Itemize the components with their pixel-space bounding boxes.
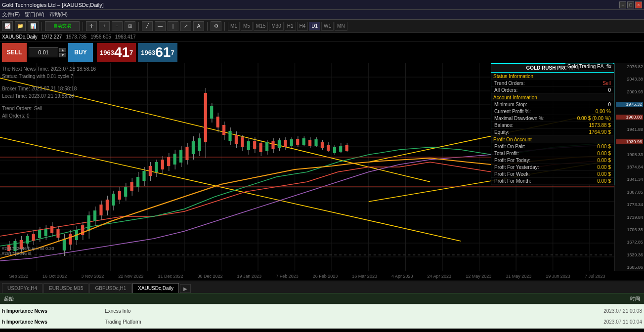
svg-rect-79	[130, 182, 133, 191]
max-drawdown-row: Maximal Drawdown %: 0.00 $ (0.00 %)	[491, 115, 614, 122]
svg-rect-129	[284, 140, 287, 147]
profit-pair-row: Profit On Pair: 0.00 $	[491, 143, 614, 150]
menu-file[interactable]: 文件(F)	[2, 11, 20, 18]
svg-rect-95	[179, 150, 182, 163]
period-h1[interactable]: H1	[285, 22, 296, 31]
trend-orders-row: Trend Orders: Sell	[491, 80, 614, 87]
total-profit-row: Total Profit: 0.00 $	[491, 150, 614, 157]
svg-rect-69	[99, 205, 102, 215]
tb-auto-trade[interactable]: 自动交易	[45, 21, 80, 31]
sell-button[interactable]: SELL	[2, 43, 27, 62]
tb-properties[interactable]: ⚙	[211, 21, 221, 31]
tb-hline[interactable]: —	[155, 21, 166, 31]
price-scale: 2076.82 2043.38 2009.93 1975.32 1960.00 …	[614, 63, 644, 271]
menu-window[interactable]: 窗口(W)	[25, 11, 44, 18]
svg-rect-97	[185, 147, 188, 160]
lot-increase[interactable]: ▲	[59, 48, 66, 52]
tb-grid[interactable]: ⊞	[125, 21, 135, 31]
chart-info-overlay: The Next News Time: 2023.07.28 18:58:16 …	[2, 65, 96, 120]
svg-rect-53	[50, 226, 53, 233]
toolbar-main: 📈 📁 📊 自动交易 ✛ + − ⊞ ╱ — | ↗ A ⚙ M1 M5 M15…	[0, 20, 644, 33]
profit-today-row: Profit For Today: 0.00 $	[491, 157, 614, 164]
period-m5[interactable]: M5	[241, 22, 253, 31]
svg-rect-135	[302, 138, 305, 145]
buy-button[interactable]: BUY	[68, 43, 93, 62]
svg-rect-147	[339, 146, 342, 152]
tab-usdjpy[interactable]: USDJPYc,H4	[2, 283, 43, 293]
price-close: 1963.417	[115, 34, 136, 40]
lot-size-input[interactable]: 0.01	[29, 47, 58, 57]
period-mn[interactable]: MN	[335, 22, 347, 31]
tb-indicators[interactable]: 📊	[28, 21, 39, 31]
svg-rect-121	[259, 143, 262, 152]
svg-rect-59	[69, 234, 72, 245]
tb-crosshair[interactable]: ✛	[86, 21, 97, 31]
svg-rect-85	[149, 166, 152, 176]
svg-rect-93	[173, 154, 176, 165]
order-labels: #261782646 buy limit 0.30 #261782646 sl	[2, 246, 54, 256]
tb-vline[interactable]: |	[168, 21, 178, 31]
svg-rect-99	[192, 141, 195, 154]
tb-zoom-out[interactable]: −	[112, 21, 123, 31]
svg-rect-55	[56, 229, 59, 238]
trend-orders-display: Trend Orders: Sell	[2, 105, 96, 112]
menu-help[interactable]: 帮助(H)	[49, 11, 68, 18]
tb-line[interactable]: ╱	[142, 21, 153, 31]
tb-arrow[interactable]: ↗	[180, 21, 191, 31]
tb-text[interactable]: A	[193, 21, 204, 31]
tab-gbpusd[interactable]: GBPUSDc,H1	[89, 283, 131, 293]
status-info: Status: Trading with 0.01 cycle 7	[2, 73, 96, 80]
svg-rect-63	[81, 225, 84, 235]
tab-scroll-right[interactable]: ▶	[180, 284, 191, 293]
price-high: 1973.735	[66, 34, 86, 40]
svg-rect-81	[136, 177, 139, 187]
equity-row: Equity: 1764.90 $	[491, 129, 614, 136]
svg-rect-57	[63, 239, 66, 250]
profit-yesterday-row: Profit For Yesterday: 0.00 $	[491, 164, 614, 171]
svg-rect-75	[118, 191, 121, 200]
tb-new-chart[interactable]: 📈	[2, 21, 13, 31]
sep5	[224, 22, 225, 31]
svg-rect-119	[253, 141, 256, 149]
svg-rect-47	[32, 234, 35, 241]
svg-rect-113	[235, 135, 238, 144]
svg-rect-51	[44, 229, 47, 236]
price-low: 1956.605	[90, 34, 111, 40]
svg-rect-109	[222, 125, 225, 135]
svg-rect-71	[106, 200, 109, 210]
period-d1[interactable]: D1	[309, 22, 320, 31]
close-button[interactable]: ×	[635, 1, 642, 8]
all-orders-row: All Orders: 0	[491, 87, 614, 94]
minimize-button[interactable]: −	[619, 1, 626, 8]
broker-time: Broker Time: 2023.07.21 18:58:18	[2, 85, 96, 92]
buy-price-display: 1963 61 7	[138, 43, 177, 62]
tab-eurusd[interactable]: EURUSDc,M15	[43, 283, 88, 293]
svg-rect-145	[333, 147, 336, 153]
status-bar: 起始 时间	[0, 293, 644, 304]
tb-profiles[interactable]: 📁	[15, 21, 26, 31]
svg-rect-101	[198, 138, 201, 151]
svg-rect-111	[228, 131, 231, 141]
sep4	[207, 22, 208, 31]
time-labels: Sep 2022 16 Oct 2022 3 Nov 2022 22 Nov 2…	[2, 274, 612, 279]
tab-xauusd[interactable]: XAUUSDc,Daily	[132, 283, 179, 293]
period-m30[interactable]: M30	[269, 22, 283, 31]
maximize-button[interactable]: □	[627, 1, 634, 8]
profit-section-header: Profit On Account	[491, 136, 614, 143]
svg-rect-89	[161, 160, 164, 169]
menu-bar: 文件(F) 窗口(W) 帮助(H)	[0, 10, 644, 20]
tb-zoom-in[interactable]: +	[99, 21, 110, 31]
svg-rect-139	[314, 139, 317, 146]
svg-rect-125	[271, 141, 274, 149]
period-m1[interactable]: M1	[228, 22, 240, 31]
profit-week-row: Profit For Week: 0.00 $	[491, 171, 614, 178]
period-h4[interactable]: H4	[297, 22, 308, 31]
lot-decrease[interactable]: ▼	[59, 53, 66, 57]
ea-title: Gold Trading EA_fix	[565, 63, 613, 70]
svg-rect-77	[124, 187, 127, 197]
status-section-header: Status Information	[491, 73, 614, 80]
period-w1[interactable]: W1	[321, 22, 334, 31]
period-m15[interactable]: M15	[254, 22, 268, 31]
news-item-1: h Importance News Trading Platform 2023.…	[2, 319, 642, 325]
local-time: Local Time: 2023.07.21 19:58:20	[2, 92, 96, 100]
